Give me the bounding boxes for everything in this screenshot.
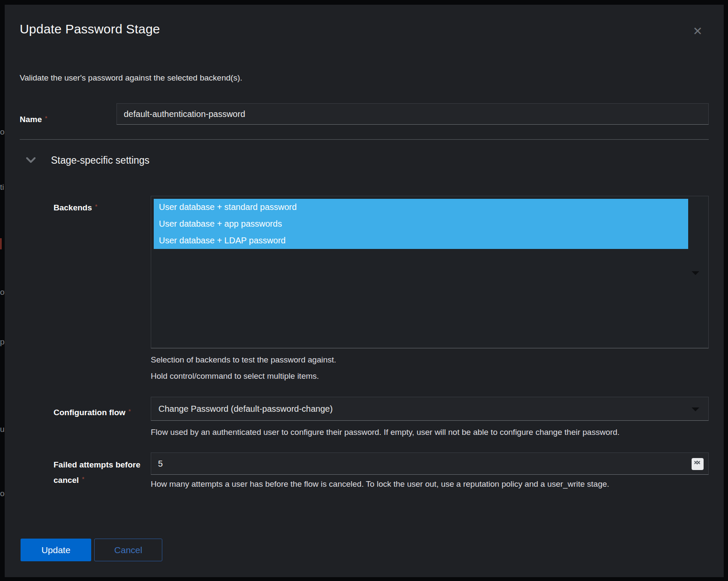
backend-option-selected[interactable]: User database + LDAP password bbox=[154, 232, 688, 249]
failed-attempts-label-line1: Failed attempts before bbox=[54, 460, 140, 470]
backend-option-selected[interactable]: User database + standard password bbox=[154, 199, 688, 216]
number-stepper[interactable] bbox=[692, 458, 704, 470]
select-caret-icon bbox=[692, 271, 699, 275]
backends-select[interactable]: User database + standard password User d… bbox=[151, 196, 709, 348]
background-red-fragment bbox=[0, 238, 2, 249]
screen: o ti ot p up o Update Password Stage ✕ V… bbox=[0, 0, 728, 581]
backends-label: Backends* bbox=[54, 203, 98, 213]
select-caret-icon bbox=[692, 407, 699, 411]
form-divider bbox=[20, 139, 709, 140]
backends-label-text: Backends bbox=[54, 203, 92, 212]
configuration-flow-select[interactable]: Change Password (default-password-change… bbox=[151, 397, 709, 421]
name-input[interactable] bbox=[116, 103, 709, 125]
required-asterisk: * bbox=[128, 407, 131, 415]
update-password-stage-modal: Update Password Stage ✕ Validate the use… bbox=[5, 5, 724, 577]
required-asterisk: * bbox=[82, 475, 84, 482]
stage-description: Validate the user's password against the… bbox=[20, 73, 242, 83]
failed-attempts-label-text: cancel bbox=[54, 476, 79, 485]
failed-attempts-input[interactable] bbox=[151, 452, 709, 475]
name-label: Name* bbox=[20, 114, 48, 124]
configuration-flow-label-text: Configuration flow bbox=[54, 408, 125, 417]
required-asterisk: * bbox=[95, 203, 98, 210]
stage-specific-settings-toggle[interactable]: Stage-specific settings bbox=[26, 153, 149, 168]
modal-title: Update Password Stage bbox=[20, 22, 160, 36]
backends-help-line2: Hold control/command to select multiple … bbox=[151, 371, 319, 381]
update-button[interactable]: Update bbox=[21, 539, 91, 561]
configuration-flow-value: Change Password (default-password-change… bbox=[158, 404, 333, 413]
configuration-flow-label: Configuration flow* bbox=[54, 407, 131, 417]
background-text-fragment: ti bbox=[0, 183, 4, 192]
background-text-fragment: p bbox=[0, 337, 5, 347]
configuration-flow-help: Flow used by an authenticated user to co… bbox=[151, 427, 620, 437]
background-text-fragment: o bbox=[0, 127, 5, 137]
chevron-down-icon bbox=[26, 157, 36, 163]
failed-attempts-label-line2: cancel* bbox=[54, 475, 84, 485]
close-icon[interactable]: ✕ bbox=[688, 22, 707, 41]
background-text-fragment: o bbox=[0, 489, 5, 498]
section-title: Stage-specific settings bbox=[51, 155, 149, 166]
cancel-button[interactable]: Cancel bbox=[94, 539, 162, 561]
name-label-text: Name bbox=[20, 115, 42, 124]
backend-option-selected[interactable]: User database + app passwords bbox=[154, 216, 688, 232]
required-asterisk: * bbox=[45, 114, 48, 122]
backends-help-line1: Selection of backends to test the passwo… bbox=[151, 355, 336, 365]
failed-attempts-help: How many attempts a user has before the … bbox=[151, 479, 609, 489]
